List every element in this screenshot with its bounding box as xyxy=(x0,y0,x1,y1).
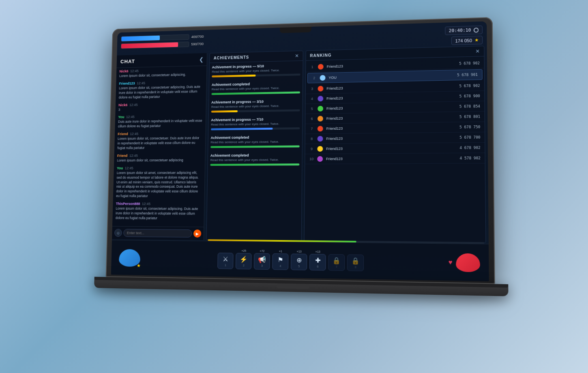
chat-time: 12:45 xyxy=(137,81,145,85)
chat-messages[interactable]: Nick6 12:45 Lorem ipsum dolor sit, conse… xyxy=(112,66,207,227)
action-slot-1: ⚔ 1 xyxy=(217,249,234,269)
slot-button-2[interactable]: ⚡ 2 xyxy=(236,253,252,270)
emoji-button[interactable]: ☺ xyxy=(114,229,122,237)
avatar-star: ★ xyxy=(137,263,141,268)
rank-avatar xyxy=(317,146,323,152)
bottom-hud: ★ ⚔ 1 ×25 ⚡ 2 ×72 📢 3 ×1 xyxy=(111,240,489,281)
chat-time: 12:45 xyxy=(130,132,138,136)
slot-badge: ×13 xyxy=(315,250,320,253)
ranking-row: 9 Friend123 4 678 902 xyxy=(305,143,485,154)
achievement-desc: Read this sentence with your eyes closed… xyxy=(210,140,300,144)
slot-number: 3 xyxy=(261,264,263,267)
ranking-close-button[interactable]: ✕ xyxy=(475,49,480,54)
slot-icon: ⊕ xyxy=(296,256,302,264)
chat-text: Lorem ipsum dolor sit, consectetuer adip… xyxy=(119,85,203,100)
send-button[interactable]: ▶ xyxy=(193,229,202,238)
health-bars: 400/700 590/700 xyxy=(121,34,204,49)
ranking-title: RANKING xyxy=(310,53,331,58)
player-avatar-left: ★ xyxy=(119,249,140,267)
achievement-fill xyxy=(211,91,300,95)
slot-icon: 📢 xyxy=(258,256,266,264)
slot-button-1[interactable]: ⚔ 1 xyxy=(217,253,233,269)
chat-message: You 12:45 Duis aute irure dolor in repre… xyxy=(118,114,203,129)
achievement-desc: Read this sentence with your eyes closed… xyxy=(212,86,300,91)
ranking-row: 8 Friend123 5 678 700 xyxy=(305,132,485,144)
ranking-list: 1 Friend123 5 678 902 2 YOU 5 678 901 3 … xyxy=(305,56,486,242)
chat-username: Friend xyxy=(117,154,128,158)
rank-score: 4 678 902 xyxy=(459,146,481,150)
chat-username: You xyxy=(117,166,123,170)
chat-message: You 12:45 Lorem ipsum dolor sit amet, co… xyxy=(116,166,202,199)
rank-number: 8 xyxy=(309,137,314,141)
slot-button-7[interactable]: 🔒 7 xyxy=(328,254,345,271)
main-content: CHAT ❮ Nick6 12:45 Lorem ipsum dolor sit… xyxy=(112,46,489,243)
rank-name: Friend123 xyxy=(326,115,456,120)
chat-time: 12:45 xyxy=(130,69,139,73)
chat-message: ThisPerson888 12:45 Lorem ipsum dolor si… xyxy=(116,202,201,221)
action-slot-2: ×25 ⚡ 2 xyxy=(236,249,252,270)
rank-name: Friend123 xyxy=(326,125,456,131)
rank-number: 9 xyxy=(309,147,314,151)
slot-button-5[interactable]: ⊕ 5 xyxy=(291,254,307,270)
achievement-item: Achivement in progress — 7/10 Read this … xyxy=(211,117,300,130)
rank-score: 5 678 854 xyxy=(459,104,480,109)
slot-button-3[interactable]: 📢 3 xyxy=(254,253,270,270)
hp-label: 400/700 xyxy=(191,34,204,39)
chat-panel: CHAT ❮ Nick6 12:45 Lorem ipsum dolor sit… xyxy=(112,53,207,240)
center-area: ACHIEVEMENTS ✕ Achivement in progress — … xyxy=(204,46,489,243)
action-slots: ⚔ 1 ×25 ⚡ 2 ×72 📢 3 ×1 ⚑ 4 ×13 ⊕ 5 ×13 ✚… xyxy=(217,249,364,271)
laptop-trackpad xyxy=(277,283,309,289)
player-right-group: ♥ xyxy=(449,253,480,272)
achievements-close-button[interactable]: ✕ xyxy=(295,54,299,58)
chat-username: ThisPerson888 xyxy=(116,202,140,206)
rank-name: Friend123 xyxy=(326,156,456,161)
heart-icon: ♥ xyxy=(449,258,453,266)
chat-text: Lorem ipsum dolor sit, consectetuer adip… xyxy=(119,72,204,79)
achievement-name: Achivement completed xyxy=(210,153,300,157)
rank-number: 6 xyxy=(309,117,314,121)
slot-button-8[interactable]: 🔒 8 xyxy=(347,254,364,271)
chat-username: Nick6 xyxy=(118,103,127,107)
achievement-progress-bar xyxy=(211,127,300,130)
chat-username: Friend123 xyxy=(119,81,135,86)
time-box: 20:40:10 xyxy=(445,26,483,35)
rank-name: Friend123 xyxy=(326,135,456,141)
score-display: 174 050 xyxy=(455,38,472,43)
rank-score: 5 678 901 xyxy=(457,73,478,77)
chat-time: 12:45 xyxy=(129,154,138,158)
slot-number: 8 xyxy=(355,266,356,268)
slot-button-6[interactable]: ✚ 6 xyxy=(309,254,326,270)
rank-avatar xyxy=(318,106,323,111)
rank-number: 7 xyxy=(309,127,314,131)
hp-bar-row: 400/700 xyxy=(121,34,204,41)
hp-bar-fill xyxy=(121,36,160,41)
ranking-row: 10 Friend123 4 578 902 xyxy=(305,153,485,165)
achievements-title: ACHIEVEMENTS xyxy=(214,55,249,60)
rank-avatar xyxy=(318,136,323,141)
slot-number: 5 xyxy=(298,265,300,268)
moon-icon xyxy=(474,28,479,32)
chat-input[interactable] xyxy=(123,229,192,238)
action-slot-7: 🔒 7 xyxy=(328,251,345,271)
hp-bar-track xyxy=(121,34,189,42)
slot-icon: 🔒 xyxy=(352,257,360,265)
rank-number: 3 xyxy=(310,87,315,91)
achievement-fill xyxy=(210,146,300,148)
rank-name: Friend123 xyxy=(326,84,456,90)
rank-score: 5 678 750 xyxy=(459,125,480,129)
mp-label: 590/700 xyxy=(191,42,204,46)
achievement-fill xyxy=(211,110,238,113)
achievement-progress-bar xyxy=(210,146,300,148)
ranking-panel: RANKING ✕ 1 Friend123 5 678 902 2 YOU 5 … xyxy=(304,46,486,243)
slot-button-4[interactable]: ⚑ 4 xyxy=(273,253,289,270)
slot-number: 1 xyxy=(225,264,226,266)
slot-number: 2 xyxy=(243,264,245,267)
chat-time: 12:45 xyxy=(125,166,133,170)
achievement-desc: Read this sentence with your eyes closed… xyxy=(210,158,300,162)
rank-number: 5 xyxy=(309,107,314,111)
chat-message: Nick6 12:45 Lorem ipsum dolor sit, conse… xyxy=(119,67,204,78)
chat-collapse-button[interactable]: ❮ xyxy=(199,56,204,63)
slot-icon: ⚑ xyxy=(278,256,283,264)
chat-title: CHAT xyxy=(120,58,135,64)
rank-avatar xyxy=(318,64,324,70)
